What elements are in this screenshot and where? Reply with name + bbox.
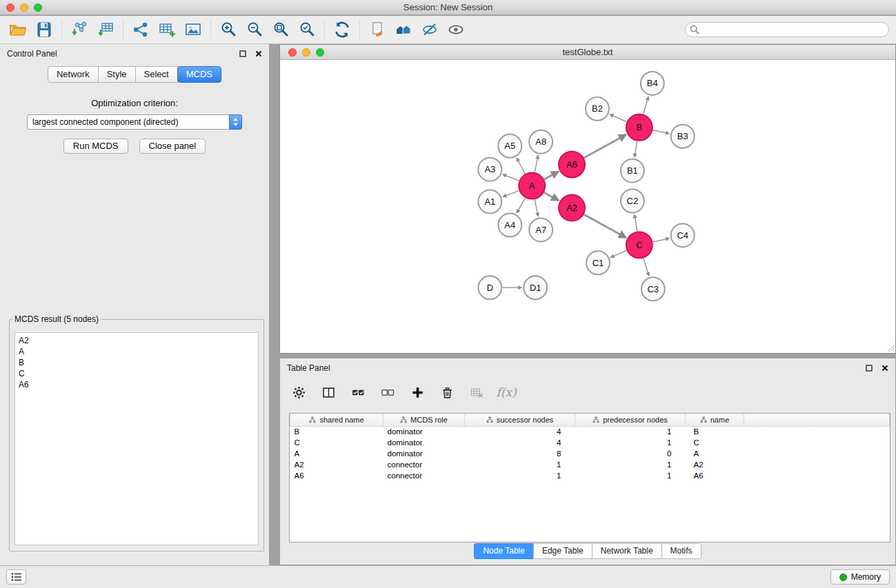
network-graph[interactable]: AA1A2A3A4A5A6A7A8BB1B2B3B4CC1C2C3C4DD1 <box>280 61 895 353</box>
node-C2[interactable]: C2 <box>621 190 644 213</box>
node-B3[interactable]: B3 <box>671 125 695 148</box>
tab-mcds[interactable]: MCDS <box>177 66 221 83</box>
table-row[interactable]: Bdominator41B <box>290 426 890 437</box>
zoom-in-icon[interactable] <box>219 20 238 39</box>
mcds-result-item[interactable]: A6 <box>19 379 255 390</box>
cell-successor-nodes[interactable]: 4 <box>465 437 575 448</box>
node-A5[interactable]: A5 <box>498 134 521 158</box>
memory-button[interactable]: Memory <box>830 569 890 585</box>
mcds-result-item[interactable]: A <box>19 346 255 357</box>
close-window-button[interactable] <box>6 3 14 12</box>
delete-table-icon[interactable] <box>469 385 484 400</box>
import-network-icon[interactable] <box>70 20 89 39</box>
cell-predecessor-nodes[interactable]: 1 <box>575 437 686 448</box>
function-builder-icon[interactable]: f(x) <box>499 385 514 400</box>
tab-select[interactable]: Select <box>135 66 178 83</box>
show-details-icon[interactable] <box>446 20 466 39</box>
cell-shared-name[interactable]: B <box>290 426 384 437</box>
minimize-window-button[interactable] <box>20 3 28 12</box>
tab-network[interactable]: Network <box>48 66 99 83</box>
edge-A-A2[interactable] <box>544 192 559 201</box>
table-row[interactable]: A6connector11A6 <box>290 470 890 481</box>
network-close-button[interactable] <box>288 48 297 57</box>
cell-name[interactable]: C <box>686 437 744 448</box>
search-input[interactable] <box>685 22 889 37</box>
cell-predecessor-nodes[interactable]: 1 <box>575 459 686 470</box>
cell-predecessor-nodes[interactable]: 0 <box>575 448 686 459</box>
deselect-all-icon[interactable] <box>380 385 395 400</box>
mcds-result-list[interactable]: A2ABCA6 <box>14 332 259 545</box>
node-C4[interactable]: C4 <box>671 223 695 247</box>
edge-A-A6[interactable] <box>544 172 559 179</box>
edge-A-A7[interactable] <box>535 199 538 216</box>
node-D1[interactable]: D1 <box>524 276 547 299</box>
node-D[interactable]: D <box>478 276 501 299</box>
search-box[interactable] <box>685 22 889 37</box>
cell-shared-name[interactable]: A6 <box>290 470 384 481</box>
cell-successor-nodes[interactable]: 1 <box>465 459 575 470</box>
node-A7[interactable]: A7 <box>529 218 552 241</box>
criterion-dropdown[interactable]: largest connected component (directed) <box>27 114 242 130</box>
node-B1[interactable]: B1 <box>621 159 644 183</box>
node-C1[interactable]: C1 <box>586 251 610 274</box>
edge-A-A1[interactable] <box>503 191 519 197</box>
cell-mcds-role[interactable]: connector <box>384 459 465 470</box>
cell-successor-nodes[interactable]: 8 <box>465 448 575 459</box>
tab-edge-table[interactable]: Edge Table <box>533 543 593 559</box>
cell-name[interactable]: A6 <box>686 470 744 481</box>
export-image-icon[interactable] <box>183 20 203 39</box>
table-row[interactable]: Cdominator41C <box>290 437 890 448</box>
cell-mcds-role[interactable]: dominator <box>384 437 465 448</box>
node-A2[interactable]: A2 <box>559 195 585 221</box>
network-canvas[interactable]: AA1A2A3A4A5A6A7A8BB1B2B3B4CC1C2C3C4DD1 <box>280 61 895 353</box>
run-mcds-button[interactable]: Run MCDS <box>63 139 128 154</box>
table-row[interactable]: Adominator80A <box>290 448 890 459</box>
edge-C-C4[interactable] <box>653 239 669 242</box>
edge-A-A4[interactable] <box>517 198 525 213</box>
node-B2[interactable]: B2 <box>586 97 609 121</box>
column-header-mcds-role[interactable]: MCDS role <box>384 414 465 426</box>
column-header-name[interactable]: name <box>686 414 744 426</box>
tab-node-table[interactable]: Node Table <box>474 543 534 559</box>
cell-shared-name[interactable]: A <box>290 448 384 459</box>
cell-name[interactable]: B <box>686 426 744 437</box>
edge-A6-B[interactable] <box>584 134 626 158</box>
node-C3[interactable]: C3 <box>641 277 665 301</box>
node-B4[interactable]: B4 <box>641 72 664 95</box>
node-A[interactable]: A <box>519 173 545 199</box>
edge-C-C1[interactable] <box>610 250 626 257</box>
cell-successor-nodes[interactable]: 4 <box>465 426 575 437</box>
close-panel-button[interactable]: Close panel <box>139 139 206 154</box>
first-neighbors-icon[interactable] <box>394 20 413 39</box>
network-zoom-button[interactable] <box>316 48 324 57</box>
node-B[interactable]: B <box>626 114 653 141</box>
settings-gear-icon[interactable] <box>291 385 306 400</box>
close-table-panel-icon[interactable] <box>882 365 888 372</box>
table-row[interactable]: A2connector11A2 <box>290 459 890 470</box>
new-table-icon[interactable] <box>157 20 177 39</box>
zoom-window-button[interactable] <box>34 3 42 12</box>
hide-details-icon[interactable] <box>420 20 439 39</box>
cell-mcds-role[interactable]: dominator <box>384 448 465 459</box>
node-A6[interactable]: A6 <box>559 152 585 178</box>
edge-B-B4[interactable] <box>644 97 649 114</box>
edge-A-A5[interactable] <box>517 158 526 174</box>
cell-predecessor-nodes[interactable]: 1 <box>575 470 686 481</box>
edge-B-B1[interactable] <box>635 141 637 156</box>
resize-grip-icon[interactable] <box>886 344 895 352</box>
float-panel-icon[interactable] <box>239 50 246 57</box>
new-network-icon[interactable] <box>131 20 150 39</box>
edge-A2-C[interactable] <box>584 214 626 238</box>
cell-shared-name[interactable]: C <box>290 437 384 448</box>
edge-B-B2[interactable] <box>610 114 626 122</box>
edge-A-A3[interactable] <box>503 174 519 181</box>
cell-name[interactable]: A2 <box>686 459 744 470</box>
apply-layout-icon[interactable] <box>332 20 352 39</box>
show-panels-button[interactable] <box>6 569 26 585</box>
edge-C-C3[interactable] <box>644 258 649 276</box>
cell-shared-name[interactable]: A2 <box>290 459 384 470</box>
select-all-icon[interactable] <box>350 385 366 400</box>
tab-style[interactable]: Style <box>98 66 136 83</box>
import-table-icon[interactable] <box>96 20 115 39</box>
column-header-successor-nodes[interactable]: successor nodes <box>465 414 575 426</box>
